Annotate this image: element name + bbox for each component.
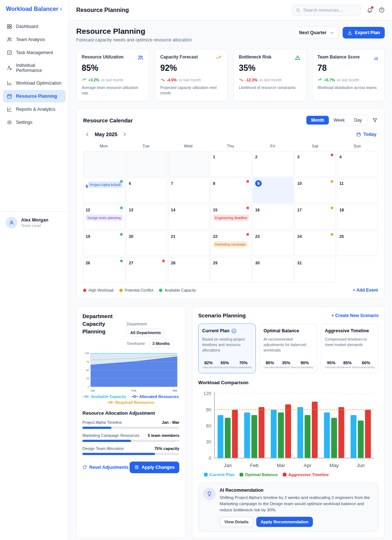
day-number: 21: [171, 234, 175, 239]
calendar-day-22[interactable]: 22Marketing campaign: [211, 231, 252, 256]
legend-swatch: [283, 473, 286, 476]
grid-icon: [7, 24, 12, 29]
stat-label: Sustainability: [235, 366, 252, 369]
page-content: Resource Planning Forecast capacity need…: [69, 20, 392, 538]
sidebar-item-settings[interactable]: Settings: [3, 116, 66, 129]
calendar-day-15[interactable]: 15Engineering deadline: [211, 204, 252, 230]
calendar-day-30[interactable]: 30: [253, 257, 294, 283]
calendar-day-29[interactable]: 29: [211, 257, 252, 283]
svg-text:60: 60: [206, 423, 212, 429]
legend-high-workload: High Workload: [83, 288, 114, 292]
calendar-event[interactable]: Design team planning: [86, 215, 123, 221]
help-button[interactable]: [379, 7, 385, 13]
sidebar-item-team-analysis[interactable]: Team Analysis: [3, 33, 66, 46]
svg-text:Mar: Mar: [277, 463, 285, 468]
calendar-day-23[interactable]: 23: [253, 231, 294, 256]
calendar-day-4[interactable]: 4: [337, 151, 378, 176]
sidebar-item-reports-analytics[interactable]: Reports & Analytics: [3, 103, 66, 115]
calendar-day-empty: [126, 151, 167, 176]
day-number: 1: [213, 155, 215, 159]
calendar-day-18[interactable]: 18: [337, 204, 378, 230]
next-month-button[interactable]: [122, 132, 127, 137]
calendar-day-28[interactable]: 28: [168, 257, 209, 283]
calendar-title: Resource Calendar: [83, 117, 133, 123]
create-new-scenario-button[interactable]: + Create New Scenario: [331, 313, 379, 318]
scenario-card-current-plan[interactable]: Current Plan Based on existing project t…: [198, 324, 256, 373]
sidebar-item-workload-optimization[interactable]: Workload Optimization: [3, 77, 66, 89]
refresh-icon: [82, 465, 87, 470]
user-profile[interactable]: Alex Morgan Team Lead: [0, 211, 69, 234]
slider-track[interactable]: [82, 440, 179, 442]
calendar-day-1[interactable]: 1: [211, 151, 252, 176]
sidebar-item-task-management[interactable]: Task Management: [3, 46, 66, 59]
kpi-trend-value: +5.7%: [324, 78, 335, 82]
calendar-event[interactable]: Project Alpha kickoff: [88, 182, 122, 188]
calendar-day-11[interactable]: 11: [337, 178, 378, 203]
calendar-filter-button[interactable]: [372, 117, 378, 123]
legend-swatch: [204, 473, 208, 476]
calendar-day-24[interactable]: 24: [295, 231, 336, 256]
calendar-day-31[interactable]: 31: [295, 257, 336, 283]
calendar-day-20[interactable]: 20: [126, 231, 167, 256]
search-input[interactable]: [303, 8, 357, 13]
calendar-day-26[interactable]: 26: [83, 257, 125, 283]
today-button[interactable]: Today: [356, 132, 376, 137]
day-number: 11: [339, 181, 344, 186]
add-event-button[interactable]: + Add Event: [353, 288, 378, 293]
notifications-button[interactable]: [367, 7, 373, 13]
month-label: May 2025: [95, 131, 117, 137]
timeframe-select[interactable]: 3 Months: [149, 339, 173, 348]
calendar-day-9[interactable]: 9: [253, 178, 294, 203]
slider-track[interactable]: [82, 427, 179, 429]
prev-month-button[interactable]: [85, 132, 90, 137]
sidebar-collapse-button[interactable]: [58, 7, 64, 12]
sidebar-item-individual-performance[interactable]: Individual Performance: [3, 60, 66, 76]
export-plan-button[interactable]: Export Plan: [343, 27, 385, 38]
calendar-day-10[interactable]: 10: [295, 178, 336, 203]
calendar-day-19[interactable]: 19: [83, 231, 125, 256]
calendar-event[interactable]: Engineering deadline: [213, 215, 249, 221]
scenario-card-aggressive-timeline[interactable]: Aggressive Timeline Compressed timelines…: [321, 324, 379, 373]
user-name: Alex Morgan: [21, 218, 48, 223]
legend-item[interactable]: Available Capacity: [83, 394, 126, 399]
chevron-down-icon: [330, 31, 334, 35]
calendar-day-27[interactable]: 27: [126, 257, 167, 283]
slider-project-alpha-timeline: Project Alpha Timeline Jan - Mar: [82, 420, 179, 429]
calendar-day-21[interactable]: 21: [168, 231, 209, 256]
legend-item[interactable]: Aggressive Timeline: [283, 472, 329, 477]
calendar-day-6[interactable]: 6: [126, 178, 167, 203]
calendar-day-3[interactable]: 3: [295, 151, 336, 176]
apply-recommendation-button[interactable]: Apply Recommendation: [256, 517, 313, 527]
stat-label: Utilization: [202, 366, 215, 369]
calendar-day-5[interactable]: 5Project Alpha kickoff: [83, 178, 125, 203]
calendar-day-14[interactable]: 14: [168, 204, 209, 230]
calendar-day-12[interactable]: 12Design team planning: [83, 204, 125, 230]
view-day-button[interactable]: Day: [350, 116, 367, 125]
sidebar-item-dashboard[interactable]: Dashboard: [3, 20, 66, 33]
legend-item[interactable]: Current Plan: [204, 472, 234, 477]
reset-adjustments-button[interactable]: Reset Adjustments: [82, 465, 128, 470]
legend-item[interactable]: Optimal Balance: [240, 472, 278, 477]
legend-item[interactable]: Allocated Resources: [131, 394, 179, 399]
calendar-day-7[interactable]: 7: [168, 178, 209, 203]
calendar-day-13[interactable]: 13: [126, 204, 167, 230]
sidebar-item-resource-planning[interactable]: Resource Planning: [3, 90, 66, 102]
department-select[interactable]: All Departments: [127, 328, 164, 337]
calendar-day-16[interactable]: 16: [253, 204, 294, 230]
slider-label: Marketing Campaign Resources: [82, 433, 139, 438]
view-month-button[interactable]: Month: [306, 116, 329, 125]
svg-text:Jan: Jan: [90, 389, 95, 392]
calendar-day-25[interactable]: 25: [337, 231, 378, 256]
view-details-button[interactable]: View Details: [220, 517, 253, 527]
apply-changes-button[interactable]: Apply Changes: [130, 462, 179, 473]
calendar-event[interactable]: Marketing campaign: [213, 241, 248, 247]
calendar-day-8[interactable]: 8: [211, 178, 252, 203]
legend-item[interactable]: Required Resources: [107, 400, 154, 405]
quarter-selector[interactable]: Next Quarter: [294, 27, 339, 38]
view-week-button[interactable]: Week: [329, 116, 349, 125]
scenario-card-optimal-balance[interactable]: Optimal Balance AI-recommended adjustmen…: [260, 324, 317, 373]
calendar-day-17[interactable]: 17: [295, 204, 336, 230]
slider-track[interactable]: [82, 453, 179, 455]
day-number: 10: [297, 181, 302, 186]
calendar-day-2[interactable]: 2: [253, 151, 294, 176]
